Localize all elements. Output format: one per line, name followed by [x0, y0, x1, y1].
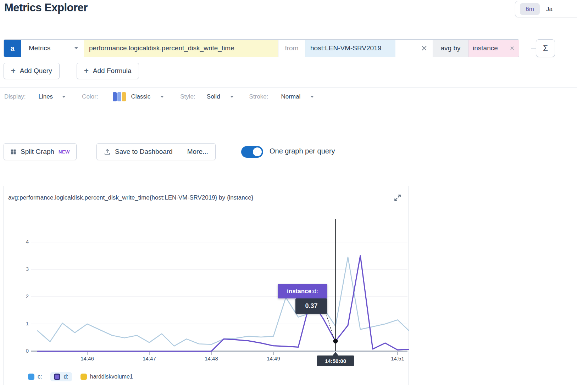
- one-graph-per-query-toggle[interactable]: [241, 146, 263, 158]
- style-label: Style:: [180, 93, 195, 100]
- metric-name-input[interactable]: performance.logicaldisk.percent_disk_wri…: [84, 40, 278, 57]
- from-label: from: [278, 40, 305, 57]
- data-source-dropdown[interactable]: Metrics: [21, 40, 84, 57]
- close-icon[interactable]: [421, 45, 428, 52]
- display-options-row: Display: Lines Color: Classic Style: Sol…: [4, 90, 314, 103]
- style-dropdown[interactable]: Solid: [207, 93, 220, 100]
- add-formula-button[interactable]: + Add Formula: [77, 63, 139, 79]
- more-label: More...: [187, 148, 208, 156]
- x-axis-tick-label: 14:49: [263, 355, 284, 362]
- legend-label: harddiskvolume1: [90, 374, 133, 380]
- tooltip-series-tag: instance:d:: [278, 284, 327, 298]
- filter-tag[interactable]: host:LEN-VM-SRV2019: [305, 40, 395, 57]
- x-axis-tick-label: 14:48: [201, 355, 222, 362]
- y-axis-tick-label: 1: [22, 320, 29, 326]
- add-query-button[interactable]: + Add Query: [4, 63, 60, 79]
- time-range-date: Ja: [546, 6, 553, 13]
- plus-icon: +: [11, 67, 16, 75]
- x-axis-tick-label: 14:51: [387, 355, 408, 362]
- stroke-dropdown[interactable]: Normal: [281, 93, 300, 100]
- chart-panel: avg:performance.logicaldisk.percent_disk…: [4, 186, 409, 385]
- query-letter-badge: a: [4, 40, 21, 57]
- more-button[interactable]: More...: [180, 144, 215, 160]
- group-by-tag[interactable]: instance: [468, 40, 519, 57]
- split-graph-button[interactable]: Split Graph NEW: [4, 143, 77, 160]
- chevron-down-icon: [74, 47, 78, 49]
- filter-segment[interactable]: host:LEN-VM-SRV2019: [305, 40, 433, 57]
- close-icon[interactable]: [510, 46, 515, 51]
- legend-item[interactable]: d:: [50, 372, 72, 381]
- time-range-badge[interactable]: 6m: [520, 3, 540, 15]
- summary-function-button[interactable]: Σ: [536, 39, 555, 57]
- display-label: Display:: [4, 93, 26, 100]
- chevron-down-icon[interactable]: [62, 96, 66, 98]
- split-graph-icon: [10, 149, 16, 155]
- add-formula-label: Add Formula: [93, 67, 132, 75]
- color-label: Color:: [82, 93, 98, 100]
- add-query-label: Add Query: [20, 67, 52, 75]
- x-axis-tick-label: 14:46: [77, 355, 98, 362]
- time-range-picker[interactable]: 6m Ja: [515, 1, 577, 17]
- color-palette-dropdown[interactable]: Classic: [131, 93, 150, 100]
- divider: [0, 122, 577, 122]
- query-row: a Metrics performance.logicaldisk.percen…: [4, 39, 519, 57]
- display-type-dropdown[interactable]: Lines: [38, 93, 53, 100]
- legend-swatch: [28, 374, 34, 380]
- y-axis-tick-label: 4: [22, 239, 29, 245]
- toggle-knob: [253, 147, 262, 156]
- tooltip-value: 0.37: [295, 298, 327, 314]
- divider: [0, 87, 577, 88]
- tooltip-tag-key: instance: [287, 288, 311, 295]
- palette-preview-swatch[interactable]: [113, 92, 126, 101]
- chevron-down-icon[interactable]: [230, 96, 234, 98]
- plus-icon: +: [84, 67, 89, 75]
- new-badge: NEW: [59, 149, 70, 155]
- chart-legend: c: d: harddiskvolume1: [24, 371, 137, 382]
- sigma-connector-line: [531, 48, 536, 49]
- legend-item[interactable]: c:: [24, 372, 45, 381]
- upload-icon: [104, 149, 111, 155]
- aggregator-dropdown[interactable]: avg by: [433, 40, 468, 57]
- metrics-explorer-page: Metrics Explorer 6m Ja a Metrics perform…: [0, 0, 577, 392]
- chevron-down-icon[interactable]: [310, 96, 314, 98]
- legend-swatch: [81, 374, 87, 380]
- graph-actions-group: Save to Dashboard More...: [96, 143, 216, 160]
- legend-label: c:: [38, 374, 42, 380]
- data-source-label: Metrics: [29, 44, 50, 52]
- split-graph-label: Split Graph: [21, 148, 54, 156]
- y-axis-tick-label: 0: [22, 348, 29, 354]
- legend-label: d:: [63, 374, 68, 380]
- page-title: Metrics Explorer: [4, 1, 88, 14]
- cursor-time-label: 14:50:00: [317, 355, 354, 366]
- save-to-dashboard-label: Save to Dashboard: [115, 148, 173, 156]
- legend-swatch: [54, 374, 60, 380]
- legend-item[interactable]: harddiskvolume1: [77, 372, 137, 381]
- y-axis-tick-label: 3: [22, 266, 29, 272]
- tooltip-tag-value: :d:: [311, 288, 318, 295]
- group-by-label: instance: [473, 44, 498, 52]
- chevron-down-icon[interactable]: [160, 96, 164, 98]
- one-graph-per-query-label: One graph per query: [270, 147, 335, 155]
- y-axis-tick-label: 2: [22, 293, 29, 299]
- x-axis-tick-label: 14:47: [139, 355, 160, 362]
- stroke-label: Stroke:: [249, 93, 268, 100]
- save-to-dashboard-button[interactable]: Save to Dashboard: [97, 144, 180, 160]
